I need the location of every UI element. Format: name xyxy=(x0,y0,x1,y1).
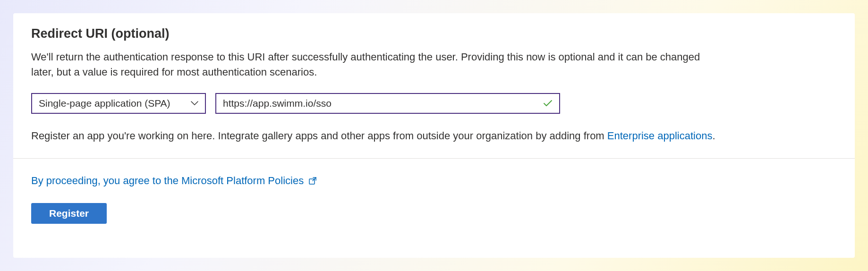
app-registration-panel: Redirect URI (optional) We'll return the… xyxy=(13,13,855,258)
enterprise-applications-link[interactable]: Enterprise applications xyxy=(607,130,713,142)
platform-select[interactable]: Single-page application (SPA) xyxy=(31,93,206,114)
register-button[interactable]: Register xyxy=(31,203,107,224)
section-description: We'll return the authentication response… xyxy=(31,50,702,80)
gallery-hint: Register an app you're working on here. … xyxy=(31,130,837,142)
policies-row: By proceeding, you agree to the Microsof… xyxy=(31,175,837,187)
platform-policies-link[interactable]: By proceeding, you agree to the Microsof… xyxy=(31,175,304,187)
chevron-down-icon xyxy=(191,101,198,106)
platform-select-value: Single-page application (SPA) xyxy=(39,98,186,109)
external-link-icon xyxy=(308,177,317,185)
gallery-hint-suffix: . xyxy=(712,130,715,142)
redirect-uri-input[interactable] xyxy=(223,98,538,109)
gallery-hint-prefix: Register an app you're working on here. … xyxy=(31,130,607,142)
checkmark-icon xyxy=(543,100,553,107)
redirect-uri-row: Single-page application (SPA) xyxy=(31,93,837,114)
section-title: Redirect URI (optional) xyxy=(31,26,837,41)
redirect-uri-field-wrapper xyxy=(215,93,560,114)
section-divider xyxy=(13,158,855,159)
